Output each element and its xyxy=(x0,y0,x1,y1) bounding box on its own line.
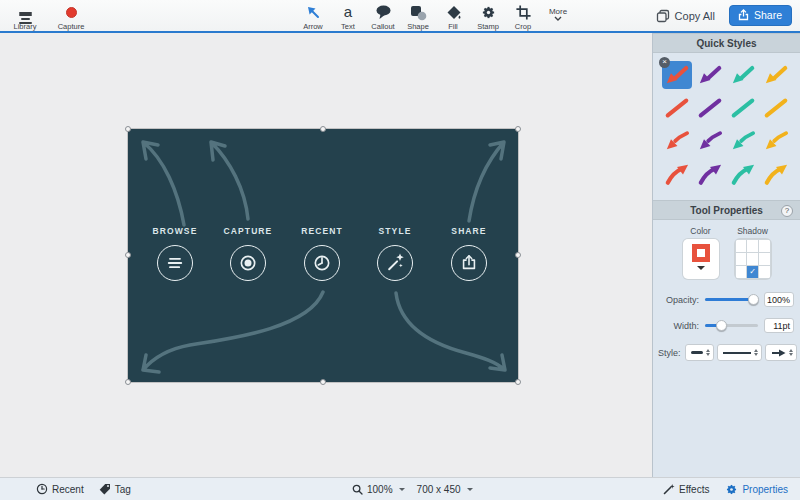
quick-style-arrow-0[interactable]: × xyxy=(662,61,692,89)
line-start-style-stepper[interactable] xyxy=(685,344,714,361)
resize-handle-e[interactable] xyxy=(515,252,521,258)
resize-handle-w[interactable] xyxy=(125,252,131,258)
gear-icon xyxy=(725,483,738,496)
resize-handle-n[interactable] xyxy=(320,126,326,132)
opacity-label: Opacity: xyxy=(659,295,699,305)
style-wand-icon xyxy=(377,245,413,281)
curved-arrow-icon xyxy=(696,162,724,186)
quick-style-bent-1[interactable] xyxy=(695,127,725,155)
capture-record-dot-icon xyxy=(230,245,266,281)
quick-style-curved-3[interactable] xyxy=(761,160,791,188)
canvas-size-value: 700 x 450 xyxy=(417,484,461,495)
arrow-arrow-icon xyxy=(696,63,724,87)
tool-crop[interactable]: Crop xyxy=(506,1,540,31)
resize-handle-ne[interactable] xyxy=(515,126,521,132)
opacity-slider[interactable] xyxy=(705,298,758,301)
shadow-label: Shadow xyxy=(735,226,771,236)
quick-styles-grid: × xyxy=(653,53,800,194)
line-style-stepper[interactable] xyxy=(717,344,762,361)
quick-style-arrow-1[interactable] xyxy=(695,61,725,89)
color-label: Color xyxy=(683,226,719,236)
quick-style-bent-2[interactable] xyxy=(728,127,758,155)
line-arrow-icon xyxy=(729,96,757,120)
opacity-value[interactable]: 100% xyxy=(764,292,794,307)
size-dropdown-icon xyxy=(467,488,473,491)
arrow-to-top xyxy=(211,142,248,219)
stepper-icon xyxy=(703,349,713,356)
quick-style-curved-1[interactable] xyxy=(695,160,725,188)
quick-styles-header: Quick Styles xyxy=(653,33,800,53)
quick-style-bent-3[interactable] xyxy=(761,127,791,155)
quick-style-bent-0[interactable] xyxy=(662,127,692,155)
resize-handle-s[interactable] xyxy=(320,379,326,385)
share-label: Share xyxy=(754,9,782,21)
quick-style-line-0[interactable] xyxy=(662,94,692,122)
zoom-dropdown-icon xyxy=(399,488,405,491)
magnifier-icon xyxy=(352,484,363,495)
shadow-selected-cell[interactable]: ✓ xyxy=(747,266,758,278)
share-button[interactable]: Share xyxy=(729,5,792,26)
callout-tool-icon xyxy=(375,4,392,20)
quick-style-curved-0[interactable] xyxy=(662,160,692,188)
line-arrow-icon xyxy=(663,96,691,120)
zoom-control[interactable]: 100% xyxy=(352,484,405,495)
remove-style-badge[interactable]: × xyxy=(659,57,670,68)
quick-style-arrow-2[interactable] xyxy=(728,61,758,89)
library-button[interactable]: Library xyxy=(8,1,42,31)
width-value[interactable]: 11pt xyxy=(764,318,794,333)
more-tools-button[interactable]: More xyxy=(541,1,575,31)
quick-style-curved-2[interactable] xyxy=(728,160,758,188)
captured-image[interactable]: BROWSE CAPTURE RECENT STYLE SHARE xyxy=(128,129,518,382)
share-upload-icon xyxy=(738,9,749,21)
effects-button[interactable]: Effects xyxy=(663,483,709,495)
tool-callout[interactable]: Callout xyxy=(366,1,400,31)
crop-tool-icon xyxy=(515,4,532,20)
capture-button[interactable]: Capture xyxy=(54,1,88,31)
help-icon[interactable]: ? xyxy=(781,205,793,217)
library-label: Library xyxy=(14,22,37,31)
properties-button[interactable]: Properties xyxy=(725,483,788,496)
quick-styles-title: Quick Styles xyxy=(696,38,756,49)
canvas-area[interactable]: BROWSE CAPTURE RECENT STYLE SHARE xyxy=(0,33,652,477)
opacity-slider-thumb[interactable] xyxy=(748,294,759,305)
recent-button[interactable]: Recent xyxy=(36,483,84,495)
color-picker-button[interactable] xyxy=(683,239,719,279)
bent-arrow-icon xyxy=(729,129,757,153)
width-label: Width: xyxy=(659,321,699,331)
tool-text[interactable]: a Text xyxy=(331,1,365,31)
tool-fill[interactable]: Fill xyxy=(436,1,470,31)
share-item: SHARE xyxy=(439,226,499,281)
tag-button[interactable]: Tag xyxy=(99,483,131,495)
library-icon xyxy=(19,4,32,20)
arrow-end-icon xyxy=(771,349,786,357)
tool-stamp[interactable]: Stamp xyxy=(471,1,505,31)
quick-style-line-3[interactable] xyxy=(761,94,791,122)
recent-label: RECENT xyxy=(292,226,352,236)
long-line-icon xyxy=(723,352,751,354)
line-end-style-stepper[interactable] xyxy=(765,344,797,361)
shadow-direction-picker[interactable]: ✓ xyxy=(735,239,771,279)
quick-style-line-2[interactable] xyxy=(728,94,758,122)
resize-handle-nw[interactable] xyxy=(125,126,131,132)
width-slider[interactable] xyxy=(705,324,758,327)
tool-properties-title: Tool Properties xyxy=(690,205,763,216)
stepper-icon xyxy=(786,349,796,356)
chevron-down-icon xyxy=(554,16,562,21)
tool-arrow[interactable]: Arrow xyxy=(296,1,330,31)
quick-style-line-1[interactable] xyxy=(695,94,725,122)
copy-all-button[interactable]: Copy All xyxy=(656,9,715,23)
browse-menu-icon xyxy=(157,245,193,281)
canvas-size-control[interactable]: 700 x 450 xyxy=(417,484,473,495)
tag-icon xyxy=(99,483,111,495)
quick-style-arrow-3[interactable] xyxy=(761,61,791,89)
right-sidebar: Quick Styles × Tool Properties ? Color S… xyxy=(652,33,800,477)
capture-label: CAPTURE xyxy=(218,226,278,236)
bent-arrow-icon xyxy=(696,129,724,153)
effects-wand-icon xyxy=(663,483,675,495)
tool-shape[interactable]: Shape xyxy=(401,1,435,31)
resize-handle-sw[interactable] xyxy=(125,379,131,385)
style-item: STYLE xyxy=(365,226,425,281)
resize-handle-se[interactable] xyxy=(515,379,521,385)
width-slider-thumb[interactable] xyxy=(716,320,727,331)
status-bar: Recent Tag 100% 700 x 450 Effects xyxy=(0,477,800,500)
